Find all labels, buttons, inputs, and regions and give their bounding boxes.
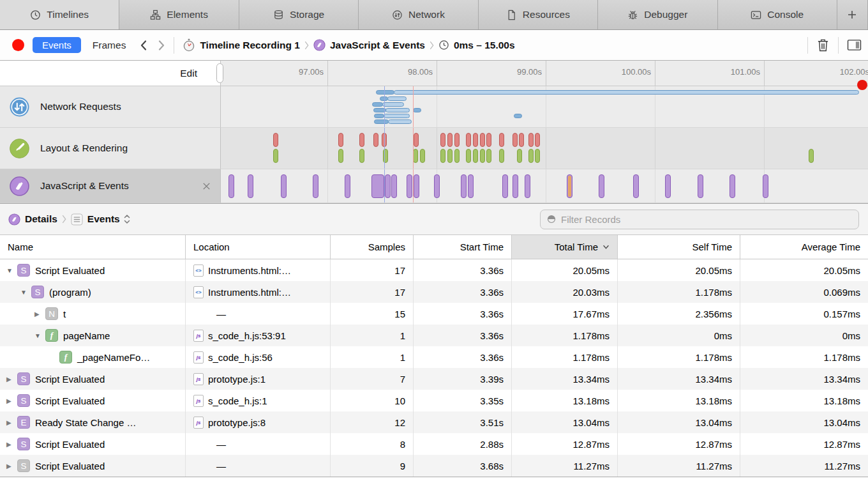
script-event-bar[interactable] (281, 174, 287, 198)
disclosure-triangle[interactable]: ▶ (34, 310, 45, 318)
script-event-bar[interactable] (468, 174, 474, 198)
script-event-bar[interactable] (698, 174, 703, 198)
layout-event-tick[interactable] (513, 133, 518, 147)
column-header-name[interactable]: Name (0, 235, 186, 259)
network-request-bar[interactable] (372, 102, 383, 107)
disclosure-triangle[interactable]: ▼ (34, 332, 45, 339)
track-graph-javascript-events[interactable] (220, 169, 868, 203)
table-row[interactable]: f_pageNameFo…jss_code_h.js:5613.36s1.178… (0, 346, 868, 368)
render-event-tick[interactable] (499, 149, 504, 163)
breadcrumb-item-recording[interactable]: Timeline Recording 1 (183, 38, 299, 52)
render-event-tick[interactable] (273, 149, 278, 163)
render-event-tick[interactable] (359, 149, 364, 163)
network-request-bar[interactable] (374, 119, 389, 124)
disclosure-triangle[interactable]: ▶ (6, 376, 17, 383)
script-event-bar[interactable] (730, 174, 735, 198)
details-sidebar-toggle-button[interactable] (847, 39, 862, 51)
breadcrumb-item-time-range[interactable]: 0ms – 15.00s (438, 40, 515, 51)
track-graph-layout-rendering[interactable] (220, 128, 868, 169)
layout-event-tick[interactable] (486, 133, 491, 147)
tab-resources[interactable]: Resources (479, 0, 598, 29)
track-label-layout-rendering[interactable]: Layout & Rendering (0, 128, 220, 169)
network-request-bar[interactable] (384, 114, 410, 118)
disclosure-triangle[interactable]: ▶ (6, 463, 17, 470)
column-header-start_time[interactable]: Start Time (414, 235, 512, 259)
network-request-bar[interactable] (413, 108, 421, 112)
network-request-bar[interactable] (382, 102, 404, 107)
layout-event-tick[interactable] (373, 133, 378, 147)
render-event-tick[interactable] (528, 149, 534, 163)
layout-event-tick[interactable] (519, 133, 524, 147)
render-event-tick[interactable] (466, 149, 471, 163)
network-request-bar[interactable] (385, 108, 410, 112)
track-graph-network-requests[interactable] (220, 86, 868, 128)
table-row[interactable]: ▶SScript Evaluatedjss_code_h.js:1103.35s… (0, 390, 868, 411)
track-label-network-requests[interactable]: Network Requests (0, 86, 220, 128)
table-row[interactable]: ▶SScript Evaluated—82.88s12.87ms12.87ms1… (0, 433, 868, 455)
column-header-average_time[interactable]: Average Time (740, 235, 868, 259)
tab-elements[interactable]: Elements (119, 0, 239, 29)
network-request-bar[interactable] (374, 114, 384, 118)
render-event-tick[interactable] (480, 149, 485, 163)
breadcrumb-item-instrument[interactable]: JavaScript & Events (313, 39, 425, 51)
render-event-tick[interactable] (420, 149, 425, 163)
view-mode-events-button[interactable]: Events (33, 37, 81, 53)
script-event-bar[interactable] (313, 174, 318, 198)
record-button[interactable] (12, 39, 24, 51)
forward-button[interactable] (158, 40, 165, 51)
script-event-bar[interactable] (763, 174, 768, 198)
disclosure-triangle[interactable]: ▼ (20, 289, 31, 296)
edit-instruments-button[interactable]: Edit (180, 68, 197, 79)
clear-timeline-button[interactable] (816, 38, 830, 52)
column-header-samples[interactable]: Samples (331, 235, 414, 259)
column-header-total_time[interactable]: Total Time (512, 235, 618, 259)
render-event-tick[interactable] (440, 149, 445, 163)
layout-event-tick[interactable] (480, 133, 485, 147)
disclosure-triangle[interactable]: ▼ (6, 267, 17, 274)
script-event-bar[interactable] (407, 174, 412, 198)
network-request-bar[interactable] (394, 90, 859, 95)
details-breadcrumb-label[interactable]: Details (25, 213, 57, 225)
script-event-bar[interactable] (391, 174, 397, 198)
table-row[interactable]: ▶Nt—153.36s17.67ms2.356ms0.157ms (0, 303, 868, 325)
script-event-bar[interactable] (633, 174, 639, 198)
add-tab-button[interactable] (837, 0, 868, 29)
layout-event-tick[interactable] (440, 133, 445, 147)
render-event-tick[interactable] (413, 149, 418, 163)
filter-records-input[interactable] (561, 214, 842, 225)
script-event-bar[interactable] (567, 174, 572, 198)
table-row[interactable]: ▼fpageNamejss_code_h.js:53:9113.36s1.178… (0, 325, 868, 346)
view-selector-chevrons-icon[interactable] (124, 214, 130, 224)
network-request-bar[interactable] (388, 119, 412, 124)
column-header-location[interactable]: Location (186, 235, 331, 259)
script-event-bar[interactable] (665, 174, 671, 198)
table-row[interactable]: ▼SScript Evaluated<>Instruments.html:…17… (0, 259, 868, 281)
layout-event-tick[interactable] (454, 133, 460, 147)
table-row[interactable]: ▼S(program)<>Instruments.html:…173.36s20… (0, 281, 868, 303)
filter-records-field[interactable] (540, 210, 859, 229)
script-event-bar[interactable] (599, 174, 604, 198)
network-request-bar[interactable] (514, 114, 522, 118)
layout-event-tick[interactable] (414, 133, 419, 147)
render-event-tick[interactable] (447, 149, 453, 163)
layout-event-tick[interactable] (447, 133, 453, 147)
tab-console[interactable]: Console (718, 0, 837, 29)
view-mode-frames-button[interactable]: Frames (93, 40, 126, 51)
script-event-bar[interactable] (248, 174, 253, 198)
disclosure-triangle[interactable]: ▶ (6, 419, 17, 426)
tab-network[interactable]: Network (359, 0, 478, 29)
script-event-bar[interactable] (525, 174, 530, 198)
script-event-bar[interactable] (434, 174, 440, 198)
layout-event-tick[interactable] (338, 133, 343, 147)
layout-event-tick[interactable] (359, 133, 364, 147)
render-event-tick[interactable] (517, 149, 522, 163)
tab-storage[interactable]: Storage (239, 0, 359, 29)
layout-event-tick[interactable] (499, 133, 504, 147)
render-event-tick[interactable] (454, 149, 460, 163)
layout-event-tick[interactable] (535, 133, 540, 147)
disclosure-triangle[interactable]: ▶ (6, 441, 17, 448)
tab-debugger[interactable]: Debugger (598, 0, 717, 29)
table-row[interactable]: ▶SScript Evaluatedjsprototype.js:173.39s… (0, 368, 868, 390)
script-event-bar[interactable] (345, 174, 350, 198)
script-event-bar[interactable] (385, 174, 391, 198)
